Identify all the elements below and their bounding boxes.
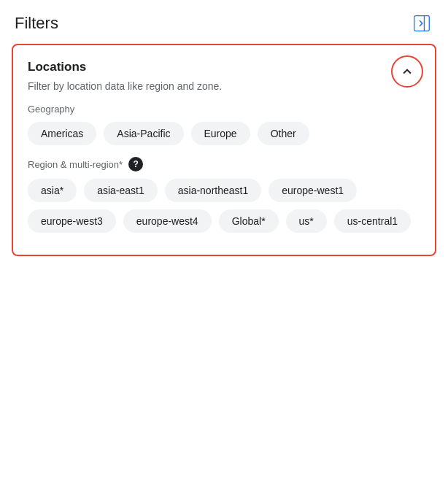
- collapse-section-button[interactable]: [391, 55, 423, 88]
- section-description: Filter by location data like region and …: [28, 80, 420, 92]
- geography-tag[interactable]: Europe: [191, 122, 250, 145]
- chevron-up-icon: [399, 63, 415, 80]
- section-header: Locations: [28, 60, 420, 74]
- help-icon[interactable]: ?: [128, 157, 143, 171]
- region-label-row: Region & multi-region* ?: [28, 157, 420, 171]
- section-title: Locations: [28, 60, 86, 74]
- filters-panel: Locations Filter by location data like r…: [12, 44, 436, 256]
- collapse-right-icon: [413, 15, 430, 32]
- geography-tags-row: AmericasAsia-PacificEuropeOther: [28, 122, 420, 145]
- geography-tag[interactable]: Americas: [28, 122, 96, 145]
- region-tag[interactable]: asia-east1: [84, 179, 158, 202]
- geography-subsection: Geography AmericasAsia-PacificEuropeOthe…: [28, 104, 420, 145]
- geography-label: Geography: [28, 104, 420, 115]
- header: Filters: [0, 0, 448, 44]
- geography-tag[interactable]: Other: [258, 122, 309, 145]
- region-label: Region & multi-region*: [28, 159, 123, 170]
- region-tag[interactable]: us*: [286, 209, 327, 233]
- page-container: Filters Locations Filter by location dat…: [0, 0, 448, 256]
- geography-tag[interactable]: Asia-Pacific: [104, 122, 183, 145]
- region-tag[interactable]: asia*: [28, 179, 77, 202]
- region-tag[interactable]: us-central1: [334, 209, 411, 233]
- region-tag[interactable]: europe-west1: [269, 179, 357, 202]
- collapse-panel-button[interactable]: [410, 12, 433, 35]
- region-tag[interactable]: europe-west4: [123, 209, 212, 233]
- region-tags-row: asia*asia-east1asia-northeast1europe-wes…: [28, 179, 420, 233]
- page-title: Filters: [15, 14, 58, 33]
- region-tag[interactable]: Global*: [219, 209, 279, 233]
- region-tag[interactable]: asia-northeast1: [165, 179, 262, 202]
- region-subsection: Region & multi-region* ? asia*asia-east1…: [28, 157, 420, 233]
- region-tag[interactable]: europe-west3: [28, 209, 116, 233]
